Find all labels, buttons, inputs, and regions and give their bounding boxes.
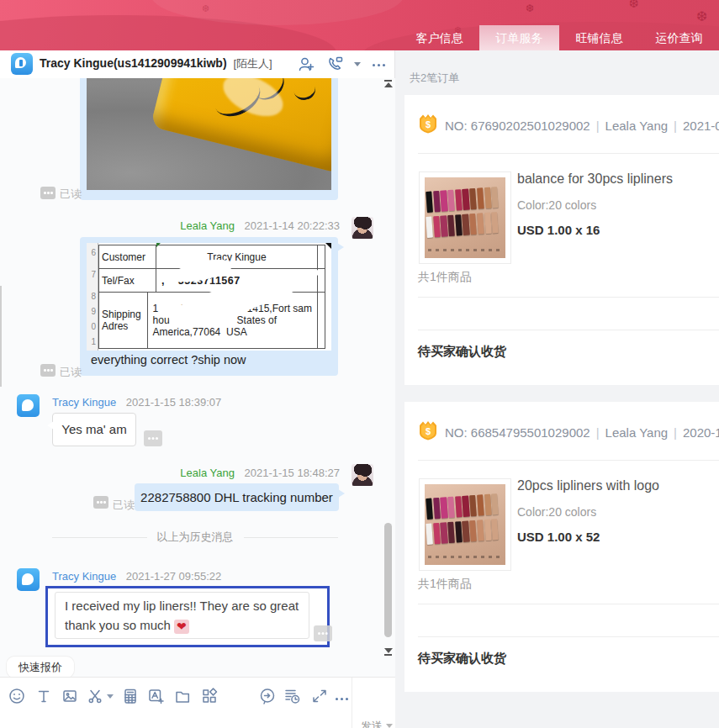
item-count: 共1件商品 [418, 577, 472, 592]
message-text: 2282758800 DHL tracking number [140, 490, 333, 504]
quick-phrase-icon[interactable] [258, 687, 277, 705]
order-card[interactable]: $ NO: 66854795501029002|Leala Yang|2020-… [404, 402, 719, 692]
add-contact-icon[interactable] [297, 55, 315, 73]
message-text: everything correct ?ship now [91, 353, 246, 367]
scroll-to-top[interactable] [383, 80, 393, 87]
quick-quote-button[interactable]: 快速报价 [7, 657, 74, 677]
message-text: I received my lip liners!! They are so g… [65, 599, 299, 613]
product-price: USD 1.00 x 16 [517, 223, 673, 237]
cell-customer-label: Customer [99, 245, 156, 268]
font-icon[interactable] [34, 687, 53, 705]
chat-history-icon[interactable] [283, 687, 301, 705]
message-time: 2021-1-15 18:48:27 [245, 467, 340, 479]
cell-marker [156, 243, 161, 247]
stranger-tag: [陌生人] [233, 57, 272, 70]
product-color: Color:20 colors [517, 505, 659, 519]
item-count: 共1件商品 [418, 270, 472, 285]
toolbar-more-icon[interactable] [334, 691, 349, 704]
scroll-to-bottom[interactable] [383, 648, 393, 656]
heart-emoji: ❤ [174, 620, 189, 634]
call-icon[interactable] [325, 55, 344, 73]
message-bubble-sheet[interactable]: 6 7 8 9 0 1 Customer Tracy Kingue Tel [80, 237, 338, 376]
bubble-tail [337, 243, 344, 251]
read-status: 已读 [60, 365, 82, 380]
lipliner-swatches [426, 493, 499, 520]
product-color: Color:20 colors [517, 198, 673, 212]
svg-text:$: $ [426, 119, 431, 129]
message-menu-chip[interactable] [144, 430, 162, 446]
product-thumbnail[interactable] [419, 478, 511, 571]
chat-more-icon[interactable] [371, 57, 386, 71]
chat-panel: Tracy Kingue(us1412909941kiwb) [陌生人] [0, 50, 395, 728]
emoji-icon[interactable] [8, 687, 26, 705]
svg-text:$: $ [426, 426, 431, 436]
card-divider [418, 636, 719, 637]
sender-name[interactable]: Leala Yang [180, 467, 235, 479]
message-bubble[interactable]: 2282758800 DHL tracking number [135, 483, 339, 511]
avatar-tracy[interactable] [17, 568, 40, 591]
address-sheet-image[interactable]: 6 7 8 9 0 1 Customer Tracy Kingue Tel [87, 243, 331, 351]
read-more-chip[interactable] [40, 187, 56, 199]
selected-message-frame[interactable]: I received my lip liners!! They are so g… [45, 586, 330, 647]
sender-name[interactable]: Tracy Kingue [52, 396, 116, 409]
tab-order-service[interactable]: 订单服务 [479, 25, 559, 50]
chat-header: Tracy Kingue(us1412909941kiwb) [陌生人] [0, 50, 394, 79]
tab-shop-info[interactable]: 旺铺信息 [559, 25, 639, 50]
product-thumbnail[interactable] [419, 171, 511, 264]
order-number: NO: 67690202501029002 [445, 119, 590, 133]
product-title[interactable]: balance for 30pcs lipliners [517, 171, 673, 187]
send-button[interactable]: 发送 [361, 719, 393, 728]
apps-icon[interactable] [200, 687, 219, 705]
bubble-tail [47, 421, 54, 430]
screenshot-dropdown-icon[interactable] [107, 694, 114, 699]
sender-name[interactable]: Leala Yang [180, 219, 235, 232]
cell-address-label: Shipping Adres [99, 293, 148, 348]
message-bubble[interactable]: I received my lip liners!! They are so g… [55, 592, 309, 639]
swatch-labels [428, 556, 502, 558]
message-menu-chip[interactable] [314, 625, 332, 641]
avatar-leala[interactable] [352, 217, 373, 239]
order-status: 待买家确认收货 [418, 651, 506, 667]
order-card[interactable]: $ NO: 67690202501029002|Leala Yang|2021-… [404, 95, 719, 385]
send-dropdown-icon[interactable] [386, 724, 393, 728]
read-more-chip[interactable] [40, 364, 56, 377]
read-status: 已读 [113, 498, 135, 513]
sender-name[interactable]: Tracy Kingue [52, 570, 116, 583]
toolbar-divider [352, 678, 352, 728]
image-icon[interactable] [61, 687, 79, 705]
expand-window-icon[interactable] [310, 687, 329, 705]
message-bubble-photo[interactable] [80, 78, 338, 200]
message-bubble[interactable]: Yes ma' am [52, 413, 136, 446]
chat-contact-title: Tracy Kingue(us1412909941kiwb) [陌生人] [40, 56, 272, 71]
product-title[interactable]: 20pcs lipliners with logo [517, 478, 659, 493]
cell-telfax-label: Tel/Fax [99, 269, 156, 292]
sheet-corner-mark [325, 243, 331, 249]
tab-customer-info[interactable]: 客户信息 [399, 25, 479, 50]
translate-icon[interactable] [146, 687, 165, 705]
file-icon[interactable] [173, 687, 192, 705]
message-sender-row: Leala Yang 2021-1-14 20:22:33 [0, 219, 340, 232]
order-header: NO: 66854795501029002|Leala Yang|2020-12… [445, 425, 719, 440]
divider-text: 以上为历史消息 [157, 530, 234, 545]
avatar-tracy[interactable] [17, 394, 40, 417]
tab-freight-inquiry[interactable]: 运价查询 [639, 25, 719, 50]
order-seller: Leala Yang [605, 119, 669, 133]
read-more-chip[interactable] [93, 496, 108, 509]
panel-edge-handle[interactable] [0, 286, 2, 387]
chat-header-actions [297, 55, 386, 73]
message-text: thank you so much [65, 618, 174, 632]
order-date: 2020-12-2 [683, 425, 719, 440]
chat-scrollbar[interactable] [384, 523, 392, 637]
message-time: 2021-1-14 20:22:33 [245, 219, 340, 232]
lipliner-swatches [426, 187, 499, 213]
app-window: ❆ ❆ ❆ ❆ ❆ 客户信息 订单服务 旺铺信息 运价查询 Tracy King… [0, 0, 719, 728]
calculator-icon[interactable] [121, 687, 140, 705]
call-dropdown-icon[interactable] [354, 62, 361, 66]
swatch-labels [428, 249, 502, 251]
product-info: 20pcs lipliners with logo Color:20 color… [517, 478, 659, 544]
order-badge-icon: $ [418, 113, 438, 138]
avatar-leala[interactable] [352, 464, 373, 486]
screenshot-icon[interactable] [86, 687, 104, 705]
package-photo[interactable] [87, 78, 331, 190]
read-status: 已读 [60, 187, 82, 202]
